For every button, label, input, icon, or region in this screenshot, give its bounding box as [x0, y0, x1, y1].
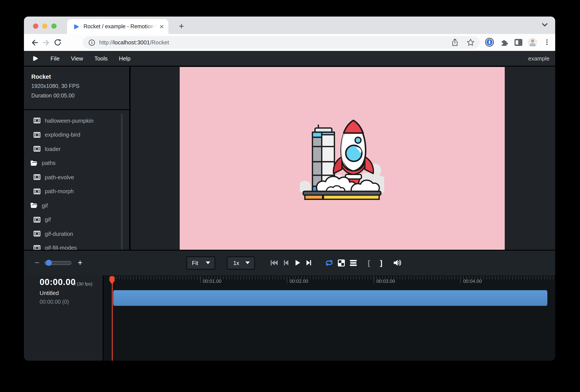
profile-avatar[interactable]: [527, 36, 538, 48]
folder-item-paths[interactable]: paths: [24, 156, 129, 170]
share-icon[interactable]: [451, 38, 459, 47]
caret-down-icon: [206, 262, 210, 264]
playhead-marker[interactable]: [109, 276, 115, 284]
back-button[interactable]: [29, 37, 40, 48]
ruler-tick-1s: [200, 276, 200, 283]
playhead-line[interactable]: [112, 276, 113, 361]
menu-file[interactable]: File: [45, 51, 65, 66]
close-window-button[interactable]: [33, 23, 38, 29]
timeline-sequence-bar[interactable]: [113, 290, 547, 306]
minimize-window-button[interactable]: [42, 23, 47, 29]
frame-counter: 0 (30 fps): [73, 281, 92, 286]
chevron-down-icon[interactable]: [541, 21, 549, 29]
list-item-gif[interactable]: gif: [24, 213, 129, 227]
list-item-path-morph[interactable]: path-morph: [24, 184, 129, 198]
timeline-rows-icon[interactable]: [348, 258, 359, 268]
ruler-tick-2s: [287, 276, 287, 283]
in-point-button[interactable]: [: [364, 258, 374, 268]
side-panel-icon[interactable]: [513, 36, 523, 48]
app-menubar: File View Tools Help example: [24, 51, 555, 67]
film-icon: [33, 245, 40, 250]
film-icon: [33, 174, 40, 180]
list-item-halloween-pumpkin[interactable]: halloween-pumpkin: [24, 114, 129, 128]
compositions-sidebar: Rocket 1920x1080, 30 FPS Duration 00:05.…: [24, 67, 131, 250]
size-select[interactable]: Fit: [186, 256, 215, 270]
project-name-label: example: [528, 55, 550, 62]
composition-name: Rocket: [31, 74, 129, 80]
extensions-puzzle-icon[interactable]: [499, 36, 509, 48]
tab-title: Rocket / example - Remotion Pr: [84, 23, 157, 30]
site-info-icon[interactable]: [88, 39, 95, 46]
remotion-favicon-icon: [73, 23, 80, 30]
remotion-logo-icon[interactable]: [32, 55, 39, 62]
extension-area: [484, 36, 552, 48]
menu-view[interactable]: View: [65, 51, 89, 66]
content-area: Rocket 1920x1080, 30 FPS Duration 00:05.…: [24, 67, 555, 250]
rocket-illustration: [300, 116, 384, 200]
composition-info: Rocket 1920x1080, 30 FPS Duration 00:05.…: [24, 67, 129, 99]
password-manager-icon[interactable]: [484, 36, 495, 48]
folder-item-gif[interactable]: gif: [24, 198, 129, 213]
track-duration: 00:00.00 (0): [40, 299, 69, 305]
transparency-checkerboard-icon[interactable]: [336, 258, 346, 268]
zoom-in-button[interactable]: +: [77, 258, 84, 268]
film-icon: [33, 188, 40, 194]
sidebar-scrollbar[interactable]: [121, 114, 123, 250]
playback-controls: Fit 1x: [186, 251, 404, 275]
composition-list: halloween-pumpkin exploding-bird loader …: [24, 114, 129, 250]
timeline-ruler-ticks: [113, 276, 555, 279]
screenshot-stage: Rocket / example - Remotion Pr ✕ +: [0, 0, 580, 392]
timeline-left-panel: 00:00.00 0 (30 fps) Untitled 00:00.00 (0…: [24, 275, 104, 361]
url-text: http://localhost:3001/Rocket: [99, 39, 169, 46]
ruler-label-2s: 00:02.00: [290, 278, 308, 283]
film-icon: [33, 118, 40, 124]
caret-down-icon: [245, 262, 250, 264]
track-name[interactable]: Untitled: [40, 289, 59, 296]
list-item-loader[interactable]: loader: [24, 142, 129, 156]
list-item-path-evolve[interactable]: path-evolve: [24, 170, 129, 184]
url-bar[interactable]: http://localhost:3001/Rocket: [83, 36, 480, 49]
active-tab[interactable]: Rocket / example - Remotion Pr ✕: [67, 19, 168, 34]
timeline-panel: 00:01.00 00:02.00 00:03.00 00:04.00 00:0…: [24, 275, 555, 361]
menu-tools[interactable]: Tools: [89, 51, 113, 66]
current-timecode: 00:00.00: [40, 277, 76, 287]
list-item-gif-duration[interactable]: gif-duration: [24, 227, 129, 241]
list-item-gif-fill-modes[interactable]: gif-fill-modes: [24, 241, 129, 250]
bookmark-star-icon[interactable]: [466, 38, 475, 47]
fullscreen-window-button[interactable]: [51, 23, 57, 29]
tab-strip: Rocket / example - Remotion Pr ✕ +: [24, 16, 555, 34]
close-tab-icon[interactable]: ✕: [159, 24, 164, 29]
film-icon: [33, 132, 40, 138]
speed-select[interactable]: 1x: [227, 256, 255, 270]
forward-button[interactable]: [40, 37, 52, 48]
player-toolbar: − + Fit 1x: [24, 250, 555, 275]
next-frame-button[interactable]: [303, 258, 314, 268]
preview-area: [131, 67, 555, 250]
open-folder-icon: [30, 160, 38, 166]
zoom-slider[interactable]: [44, 261, 71, 265]
menu-help[interactable]: Help: [113, 51, 137, 66]
composition-resolution: 1920x1080, 30 FPS: [31, 83, 129, 90]
play-button[interactable]: [292, 258, 302, 268]
new-tab-button[interactable]: +: [175, 19, 188, 33]
out-point-button[interactable]: ]: [376, 258, 386, 268]
reload-button[interactable]: [52, 37, 63, 48]
jump-to-start-button[interactable]: [269, 258, 279, 268]
video-canvas: [179, 67, 505, 250]
sidebar-divider: [24, 109, 129, 110]
timeline-track-area[interactable]: 00:01.00 00:02.00 00:03.00 00:04.00: [104, 275, 555, 361]
film-icon: [33, 231, 40, 237]
open-folder-icon: [30, 203, 38, 209]
ruler-label-1s: 00:01.00: [203, 278, 221, 283]
list-item-exploding-bird[interactable]: exploding-bird: [24, 128, 129, 142]
film-icon: [33, 146, 40, 152]
volume-icon[interactable]: [392, 258, 403, 268]
ruler-tick-4s: [460, 276, 461, 283]
browser-menu-icon[interactable]: [542, 36, 552, 48]
zoom-slider-thumb[interactable]: [46, 260, 52, 266]
previous-frame-button[interactable]: [281, 258, 291, 268]
zoom-out-button[interactable]: −: [33, 258, 40, 268]
ruler-tick-3s: [374, 276, 374, 283]
traffic-lights: [33, 23, 57, 29]
loop-toggle-icon[interactable]: [324, 258, 334, 268]
